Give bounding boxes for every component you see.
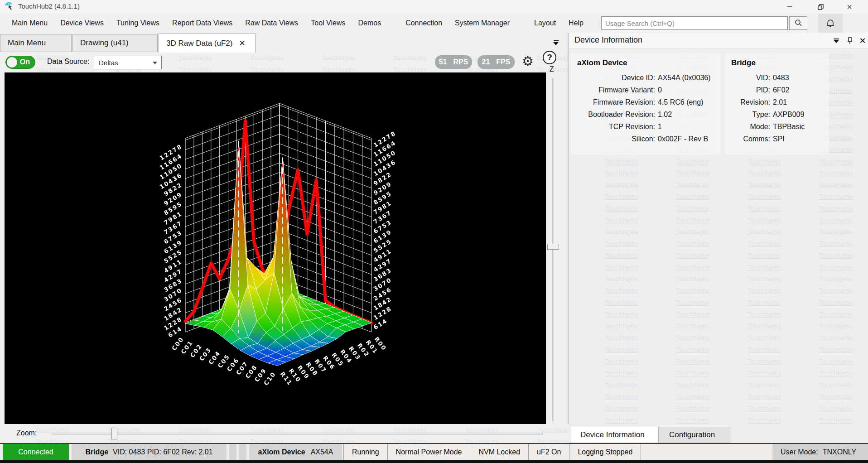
menu-item-device-views[interactable]: Device Views <box>54 19 110 27</box>
info-label: PID: <box>731 86 770 94</box>
info-value: 2.01 <box>773 98 787 106</box>
menu-item-demos[interactable]: Demos <box>352 19 387 27</box>
info-row: Mode:TBPBasic <box>731 123 823 131</box>
tab-3d-raw-data-uf2-[interactable]: 3D Raw Data (uF2)✕ <box>159 34 256 53</box>
info-row: Device ID:AX54A (0x0036) <box>577 74 714 82</box>
info-row: PID:6F02 <box>731 86 823 94</box>
pin-button[interactable] <box>844 36 855 45</box>
menu-item-raw-data-views[interactable]: Raw Data Views <box>239 19 304 27</box>
settings-gear-icon[interactable]: ⚙ <box>522 53 534 69</box>
menu-item-connection[interactable]: Connection <box>399 19 448 27</box>
menu-item-tuning-views[interactable]: Tuning Views <box>110 19 166 27</box>
zoom-label: Zoom: <box>16 429 37 437</box>
panel-body: TouchNetixTouchNetixTouchNetixTouchNetix… <box>569 49 868 426</box>
info-label: Silicon: <box>577 135 655 143</box>
menu-item-help[interactable]: Help <box>562 19 590 27</box>
info-label: Firmware Variant: <box>577 86 655 94</box>
z-zoom-slider-track[interactable] <box>552 78 554 421</box>
panel-tab-configuration[interactable]: Configuration <box>659 427 730 443</box>
notifications-button[interactable] <box>818 14 843 33</box>
search-button[interactable] <box>789 16 807 30</box>
section-heading: Bridge <box>731 58 823 68</box>
data-source-select[interactable]: Deltas <box>94 56 162 69</box>
data-source-label: Data Source: <box>47 58 89 66</box>
zoom-slider-track[interactable] <box>52 433 543 434</box>
menu-item-layout[interactable]: Layout <box>528 19 562 27</box>
section-heading: aXiom Device <box>577 58 714 68</box>
info-row: Firmware Revision:4.5 RC6 (eng) <box>577 98 714 106</box>
toggle-knob <box>7 57 17 68</box>
info-label: Mode: <box>731 123 770 131</box>
info-value: TBPBasic <box>773 123 805 131</box>
tab-label: Main Menu <box>8 39 46 48</box>
view-on-toggle[interactable]: On <box>5 56 35 69</box>
axiom-status-segment: aXiom Device AX54A <box>249 444 342 460</box>
pin-icon <box>847 37 853 44</box>
help-button[interactable]: ? <box>543 51 556 64</box>
usage-search-input[interactable] <box>601 16 788 30</box>
toggle-label: On <box>20 58 30 66</box>
3d-surface-canvas[interactable] <box>5 72 546 424</box>
menu-bar: Main MenuDevice ViewsTuning ViewsReport … <box>0 14 868 33</box>
menu-item-tool-views[interactable]: Tool Views <box>304 19 352 27</box>
info-value: SPI <box>773 135 785 143</box>
status-item-nvm-locked: NVM Locked <box>470 444 529 460</box>
restore-button[interactable] <box>810 0 831 14</box>
menu-item-system-manager[interactable]: System Manager <box>448 19 516 27</box>
chart-area <box>0 72 569 424</box>
panel-tab-device-information[interactable]: Device Information <box>570 427 659 443</box>
device-information-panel: Device Information ✕ TouchNetixTouchNeti… <box>569 33 868 426</box>
info-value: AX54A (0x0036) <box>658 74 711 82</box>
status-item-logging-stopped: Logging Stopped <box>569 444 641 460</box>
tab-label: 3D Raw Data (uF2) <box>166 39 232 48</box>
chevron-down-icon <box>553 42 559 45</box>
zoom-bar: TouchNetixTouchNetixTouchNetixTouchNetix… <box>0 424 569 443</box>
info-label: Bootloader Revision: <box>577 111 655 119</box>
menu-item-report-data-views[interactable]: Report Data Views <box>166 19 239 27</box>
info-value: 1.02 <box>658 111 672 119</box>
rps-badge: 51RPS <box>435 55 472 69</box>
info-row: Firmware Variant:0 <box>577 86 714 94</box>
info-value: 1 <box>658 123 662 131</box>
info-row: Comms:SPI <box>731 135 823 143</box>
menu-item-main-menu[interactable]: Main Menu <box>5 19 54 27</box>
touchhub2-window: TouchHub2 (4.8.1.1) × Main MenuDevice Vi… <box>0 0 868 463</box>
tab-main-menu[interactable]: Main Menu <box>0 34 72 52</box>
status-bar: Connected Bridge VID: 0483 PID: 6F02 Rev… <box>0 444 868 460</box>
close-button[interactable]: × <box>839 0 860 14</box>
zoom-slider-thumb[interactable] <box>111 428 117 439</box>
info-row: Type:AXPB009 <box>731 111 823 119</box>
info-row: Silicon:0x002F - Rev B <box>577 135 714 143</box>
info-label: Device ID: <box>577 74 655 82</box>
info-label: Comms: <box>731 135 770 143</box>
info-value: AXPB009 <box>773 111 804 119</box>
view-toolbar: TouchNetixTouchNetixTouchNetixTouchNetix… <box>0 52 569 72</box>
tab-list-dropdown-button[interactable] <box>549 37 563 48</box>
window-bottom-edge <box>0 460 868 463</box>
info-row: VID:0483 <box>731 74 823 82</box>
panel-splitter[interactable] <box>568 33 569 443</box>
info-row: Revision:2.01 <box>731 98 823 106</box>
info-row: Bootloader Revision:1.02 <box>577 111 714 119</box>
info-row: TCP Revision:1 <box>577 123 714 131</box>
data-source-value: Deltas <box>99 59 118 67</box>
info-label: Firmware Revision: <box>577 98 655 106</box>
z-zoom-slider-thumb[interactable] <box>547 244 559 250</box>
info-value: 0 <box>658 86 662 94</box>
info-value: 6F02 <box>773 86 789 94</box>
chevron-down-icon <box>153 62 157 64</box>
fps-badge: 21FPS <box>477 55 515 69</box>
panel-menu-button[interactable] <box>831 36 842 45</box>
minimize-button[interactable] <box>779 0 800 14</box>
title-bar: TouchHub2 (4.8.1.1) × <box>0 0 868 14</box>
info-label: Type: <box>731 111 770 119</box>
panel-close-button[interactable]: ✕ <box>857 36 868 45</box>
panel-tab-strip: Device InformationConfiguration <box>569 426 868 443</box>
tab-close-icon[interactable]: ✕ <box>239 39 245 48</box>
app-logo-icon <box>4 1 14 12</box>
info-section-axiom-device: aXiom DeviceDevice ID:AX54A (0x0036)Firm… <box>571 53 720 154</box>
info-value: 4.5 RC6 (eng) <box>658 98 704 106</box>
z-axis-label: Z <box>550 65 554 73</box>
status-item-normal-power-mode: Normal Power Mode <box>388 444 471 460</box>
tab-drawing-u41-[interactable]: Drawing (u41) <box>72 34 158 52</box>
